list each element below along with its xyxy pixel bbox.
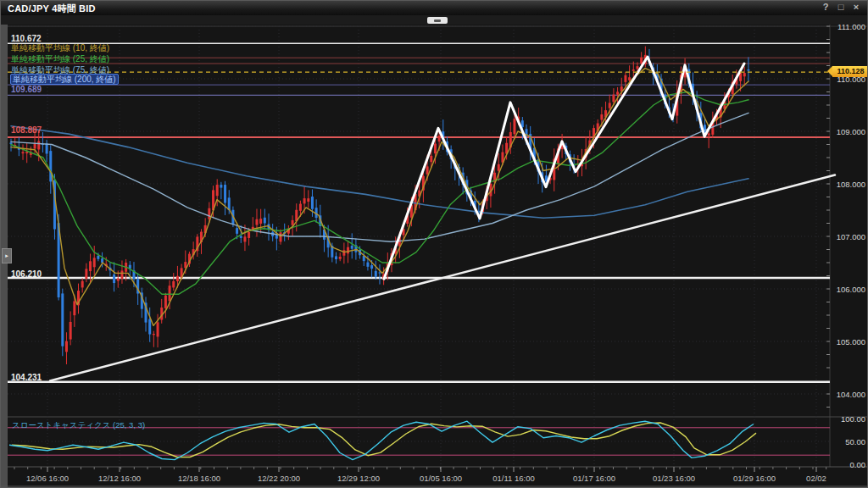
- y-axis-label: 106.000: [832, 285, 865, 294]
- x-axis-label: 12/18 16:00: [165, 474, 233, 483]
- stoch-axis-label: 50.00: [832, 437, 865, 446]
- y-axis-label: 104.000: [832, 390, 865, 399]
- x-axis-label: 12/29 12:00: [325, 474, 392, 483]
- level-label-104231: 104.231: [11, 373, 42, 382]
- level-label-108887: 108.887: [11, 125, 42, 135]
- level-label-109689: 109.689: [11, 85, 42, 94]
- level-label-106210: 106.210: [11, 269, 42, 279]
- price-chart[interactable]: [1, 1, 868, 488]
- current-price-badge: 110.128: [832, 66, 868, 77]
- x-axis-label: 12/06 16:00: [14, 474, 81, 483]
- level-label-110672: 110.672: [11, 34, 42, 43]
- x-axis-label: 12/12 16:00: [86, 474, 153, 483]
- y-axis-label: 109.000: [832, 127, 865, 136]
- chart-window: CAD/JPY 4時間 BID ? □ × ▸ 110.672 109.689 …: [0, 0, 868, 488]
- x-axis-label: 01/23 16:00: [640, 474, 708, 483]
- x-axis-label: 01/17 16:00: [560, 474, 628, 483]
- legend-sma-200-selected[interactable]: 単純移動平均線 (200, 終値): [10, 74, 119, 85]
- stoch-axis-label: 0.00: [832, 460, 865, 469]
- y-axis-label: 107.000: [832, 232, 865, 241]
- stoch-axis-label: 100.00: [832, 414, 865, 424]
- x-axis-label: 01/05 16:00: [407, 474, 475, 483]
- legend-sma-10[interactable]: 単純移動平均線 (10, 終値): [11, 43, 109, 53]
- y-axis-label: 111.000: [832, 22, 865, 31]
- legend-sma-25[interactable]: 単純移動平均線 (25, 終値): [11, 54, 109, 64]
- stochastic-label[interactable]: スローストキャスティクス (25, 3, 3): [12, 420, 145, 430]
- expand-sidebar-button[interactable]: ▸: [2, 248, 12, 263]
- x-axis-label: 01/29 16:00: [721, 474, 788, 483]
- x-axis-label: 02/02: [782, 474, 850, 483]
- y-axis-label: 105.000: [832, 337, 865, 347]
- x-axis-label: 01/11 16:00: [480, 474, 548, 483]
- x-axis-label: 12/22 20:00: [245, 474, 313, 483]
- y-axis-label: 108.000: [832, 180, 865, 189]
